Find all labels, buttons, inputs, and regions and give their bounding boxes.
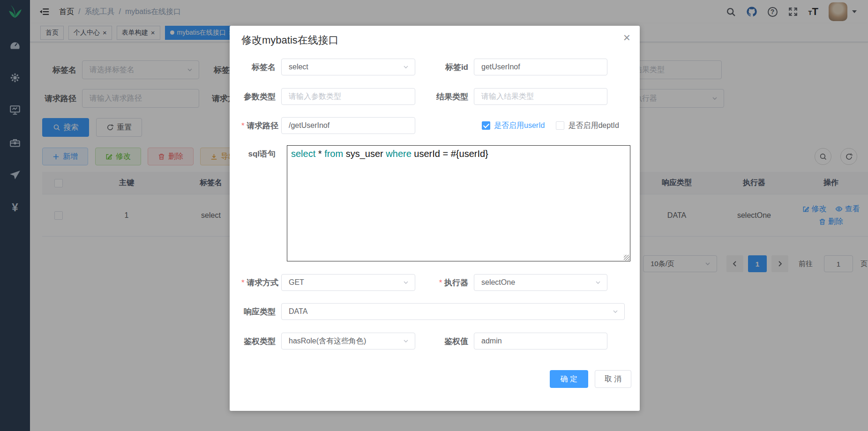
sql-label: sql语句: [241, 149, 281, 159]
auth-type-select[interactable]: hasRole(含有这些角色): [281, 333, 415, 349]
confirm-button[interactable]: 确 定: [550, 370, 588, 388]
dialog-row-types: 参数类型 结果类型: [241, 88, 631, 105]
checkbox-checked-icon: [482, 121, 490, 130]
sql-editor[interactable]: select * from sys_user where userId = #{…: [287, 145, 630, 261]
auth-type-label: 鉴权类型: [241, 336, 281, 347]
request-path-input[interactable]: [281, 117, 415, 134]
response-type-label: 响应类型: [241, 306, 281, 317]
cancel-button[interactable]: 取 消: [595, 370, 631, 388]
enable-deptid-checkbox[interactable]: 是否启用deptId: [556, 121, 619, 131]
chevron-down-icon: [403, 64, 409, 70]
enable-checkbox-group: 是否启用userId 是否启用deptId: [482, 121, 619, 131]
request-method-label: 请求方式: [241, 277, 281, 288]
dialog-close-icon[interactable]: ×: [623, 31, 630, 44]
chevron-down-icon: [612, 308, 619, 315]
request-path-label: 请求路径: [241, 120, 281, 131]
enable-userid-checkbox[interactable]: 是否启用userId: [482, 121, 545, 131]
chevron-down-icon: [403, 279, 409, 286]
dialog-title: 修改mybatis在线接口: [241, 33, 339, 47]
executor-label: 执行器: [415, 277, 474, 288]
app-window: ¥ 首页 / 系统工具 / mybatis在线接口: [0, 0, 868, 431]
result-type-input[interactable]: [474, 88, 607, 105]
executor-select[interactable]: selectOne: [474, 274, 607, 291]
tag-name-select[interactable]: select: [281, 59, 415, 75]
tag-name-label: 标签名: [241, 62, 281, 73]
response-type-select[interactable]: DATA: [281, 303, 625, 320]
dialog-row-tag: 标签名 select 标签id: [241, 59, 631, 75]
request-method-select[interactable]: GET: [281, 274, 415, 291]
param-type-input[interactable]: [281, 88, 415, 105]
dialog-row-response: 响应类型 DATA: [241, 303, 631, 320]
chevron-down-icon: [403, 338, 409, 344]
auth-value-label: 鉴权值: [415, 336, 474, 347]
dialog-row-method: 请求方式 GET 执行器 selectOne: [241, 274, 631, 291]
dialog-row-path: 请求路径 是否启用userId 是否启用deptId: [241, 117, 631, 134]
edit-dialog: 修改mybatis在线接口 × 标签名 select 标签id 参数类型 结果类…: [230, 26, 640, 411]
tag-id-label: 标签id: [415, 62, 474, 73]
result-type-label: 结果类型: [415, 91, 474, 102]
checkbox-unchecked-icon: [556, 121, 564, 130]
auth-value-input[interactable]: [474, 333, 607, 349]
dialog-footer: 确 定 取 消: [550, 370, 631, 388]
resize-handle[interactable]: [624, 255, 629, 260]
tag-id-input[interactable]: [474, 59, 607, 75]
param-type-label: 参数类型: [241, 91, 281, 102]
chevron-down-icon: [595, 279, 601, 286]
dialog-row-auth: 鉴权类型 hasRole(含有这些角色) 鉴权值: [241, 333, 631, 349]
